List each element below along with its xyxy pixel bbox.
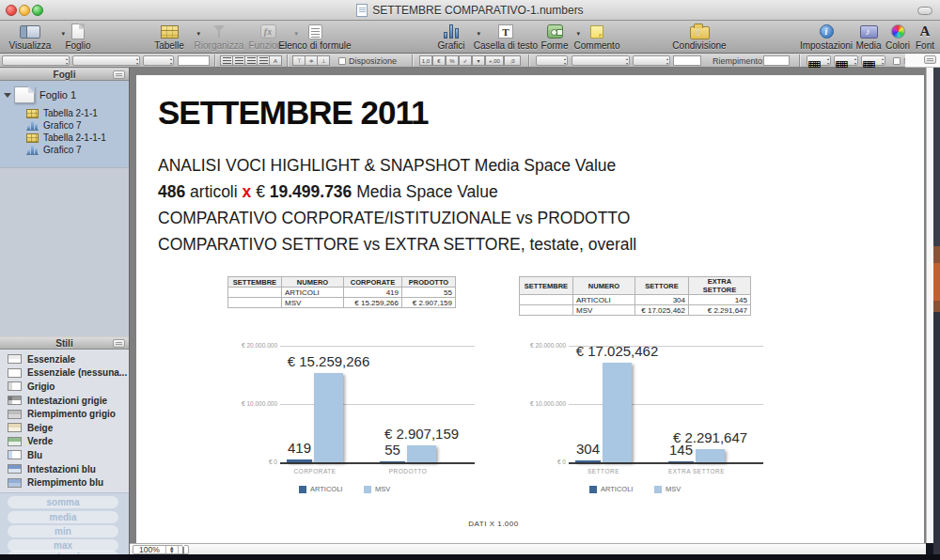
panel-resize-grip[interactable]: [113, 70, 125, 79]
sidebar-item-grafico-7[interactable]: Grafico 7: [0, 119, 129, 132]
style-select[interactable]: [2, 55, 70, 66]
comparativo-corporate-textbox[interactable]: COMPARATIVO CORPORATE/ISTITUZIONALE vs P…: [158, 209, 630, 228]
toolbar-commento-button[interactable]: Commento: [572, 23, 622, 53]
toolbar-impostazioni-button[interactable]: i Impostazioni: [797, 23, 855, 53]
toolbar-media-button[interactable]: Media: [852, 23, 885, 53]
style-item-beige[interactable]: Beige: [0, 421, 129, 435]
format-more-button[interactable]: ▾: [472, 55, 485, 66]
x-axis-category-label: PRODOTTO: [389, 468, 428, 474]
toolbar-grafici-button[interactable]: Grafici: [431, 23, 472, 53]
bar-chart-corporate-prodotto[interactable]: € 20.000.000€ 10.000.000€ 0419€ 15.259,2…: [235, 340, 478, 500]
zoom-window-button[interactable]: [32, 5, 43, 16]
style-item-verde[interactable]: Verde: [0, 435, 129, 449]
sheet-list-empty-area: [0, 167, 129, 336]
stroke-width-select[interactable]: [633, 55, 670, 66]
scrollbar-header-strip: [905, 54, 940, 68]
page-view-button[interactable]: [178, 545, 188, 554]
toolbar-foglio-button[interactable]: Foglio: [58, 23, 98, 53]
fill-color-well[interactable]: [763, 55, 790, 66]
valign-top-button[interactable]: ⊤: [292, 55, 306, 66]
format-number-button[interactable]: 1,0: [419, 55, 432, 66]
toolbar-forme-button[interactable]: Forme: [538, 23, 572, 53]
stroke-select[interactable]: [572, 55, 630, 66]
valign-bottom-button[interactable]: ⊥: [317, 55, 330, 66]
header-columns-select[interactable]: ▦: [834, 55, 858, 66]
text-color-well[interactable]: [178, 55, 210, 66]
function-pills-area: somma media min max conteggio: [0, 492, 129, 554]
canvas-area: SETTEMBRE 2011 ANALISI VOCI HIGHLIGHT & …: [130, 68, 926, 543]
toolbar-toggle-button[interactable]: [917, 7, 932, 15]
toolbar-elenco-formule-button[interactable]: Elenco di formule: [274, 23, 355, 53]
analysis-line-textbox[interactable]: ANALISI VOCI HIGHLIGHT & SNAPSHOT Media …: [158, 156, 616, 176]
toolbar-casella-testo-button[interactable]: T Casella di testo: [472, 23, 540, 53]
comment-icon: [572, 23, 622, 40]
value-label: € 17.025,462: [576, 343, 659, 359]
style-item-essenziale-nessuna[interactable]: Essenziale (nessuna...: [0, 366, 129, 381]
toolbar-tabelle-button[interactable]: Tabelle: [147, 23, 192, 53]
style-thumbnail: [8, 464, 22, 474]
border-style-select[interactable]: [536, 55, 568, 66]
media-pill[interactable]: media: [8, 511, 118, 523]
corporate-prodotto-table[interactable]: SETTEMBRE NUMERO CORPORATE PRODOTTO ARTI…: [227, 276, 456, 308]
sidebar-item-foglio-1[interactable]: Foglio 1: [0, 83, 129, 107]
format-currency-button[interactable]: €: [432, 55, 446, 66]
checkbox-box[interactable]: [893, 57, 901, 65]
decrease-decimals-button[interactable]: ,0: [504, 55, 521, 66]
minimize-button[interactable]: [19, 5, 30, 16]
close-button[interactable]: [6, 5, 17, 16]
style-item-intestazioni-blu[interactable]: Intestazioni blu: [0, 462, 129, 476]
format-percent-button[interactable]: %: [446, 55, 459, 66]
document-title-textbox[interactable]: SETTEMBRE 2011: [158, 94, 429, 132]
increase-decimals-button[interactable]: +,00: [485, 55, 504, 66]
bar-chart-settore-extrasettore[interactable]: € 20.000.000€ 10.000.000€ 0304€ 17.025,4…: [524, 340, 766, 500]
sidebar-item-tabella-2-1-1[interactable]: Tabella 2-1-1: [0, 107, 129, 119]
stroke-color-well[interactable]: [673, 55, 701, 66]
style-item-grigio[interactable]: Grigio: [0, 380, 129, 394]
settore-extrasettore-table[interactable]: SETTEMBRE NUMERO SETTORE EXTRA SETTORE A…: [519, 276, 751, 316]
sidebar-item-grafico-7-2[interactable]: Grafico 7: [0, 144, 129, 156]
sidebar-item-tabella-2-1-1-1[interactable]: Tabella 2-1-1-1: [0, 132, 129, 144]
comparativo-settore-textbox[interactable]: COMPARATIVO SETTORE vs EXTRA SETTORE, te…: [158, 235, 636, 255]
toolbar-visualizza-button[interactable]: Visualizza: [4, 23, 56, 53]
document-page[interactable]: SETTEMBRE 2011 ANALISI VOCI HIGHLIGHT & …: [136, 75, 924, 543]
align-left-button[interactable]: [220, 55, 233, 66]
disclosure-triangle-icon[interactable]: [4, 93, 11, 98]
totals-line-textbox[interactable]: 486 articoli x € 19.499.736 Media Space …: [158, 182, 498, 202]
inspector-icon: i: [797, 23, 855, 40]
style-item-riempimento-grigio[interactable]: Riempimento grigio: [0, 407, 129, 421]
style-item-intestazioni-grigie[interactable]: Intestazioni grigie: [0, 394, 129, 408]
align-auto-button[interactable]: A: [269, 55, 282, 66]
align-center-button[interactable]: [232, 55, 245, 66]
chart-gridline: [569, 404, 763, 405]
vertical-scrollbar[interactable]: [926, 68, 933, 543]
panel-resize-grip[interactable]: [113, 339, 125, 348]
fogli-panel-header[interactable]: Fogli: [0, 68, 129, 81]
format-checkbox-button[interactable]: ✓: [459, 55, 472, 66]
splitter-grip[interactable]: [924, 55, 936, 64]
footer-rows-select[interactable]: ▦: [861, 55, 885, 66]
toolbar-colori-button[interactable]: Colori: [882, 23, 914, 53]
somma-pill[interactable]: somma: [8, 496, 118, 508]
style-item-riempimento-blu[interactable]: Riempimento blu: [0, 475, 129, 490]
align-right-button[interactable]: [244, 55, 258, 66]
document-icon: [356, 4, 368, 17]
align-justify-button[interactable]: [257, 55, 270, 66]
min-pill[interactable]: min: [8, 525, 118, 537]
font-size-select[interactable]: [143, 55, 174, 66]
zoom-widget[interactable]: 100% ▲▼: [133, 545, 189, 554]
zoom-stepper[interactable]: ▲▼: [165, 546, 178, 553]
sheet-list: Foglio 1 Tabella 2-1-1 Grafico 7 Tabella…: [0, 81, 129, 167]
toolbar-font-button[interactable]: A Font: [912, 23, 938, 53]
footnote-textbox[interactable]: DATI X 1.000: [446, 520, 540, 528]
stili-panel-header[interactable]: Stili: [0, 336, 129, 350]
window-title-group: SETTEMBRE COMPARATIVO-1.numbers: [356, 4, 583, 17]
style-item-essenziale[interactable]: Essenziale: [0, 352, 129, 366]
checkbox-box[interactable]: [338, 57, 346, 65]
toolbar-condivisione-button[interactable]: Condivisione: [669, 23, 729, 53]
disposizione-checkbox[interactable]: Disposizione: [338, 56, 397, 66]
sheet-icon: [14, 86, 35, 103]
style-item-blu[interactable]: Blu: [0, 448, 129, 462]
header-rows-select[interactable]: ▦: [807, 55, 831, 66]
font-family-select[interactable]: [72, 55, 140, 66]
valign-middle-button[interactable]: ≑: [305, 55, 318, 66]
